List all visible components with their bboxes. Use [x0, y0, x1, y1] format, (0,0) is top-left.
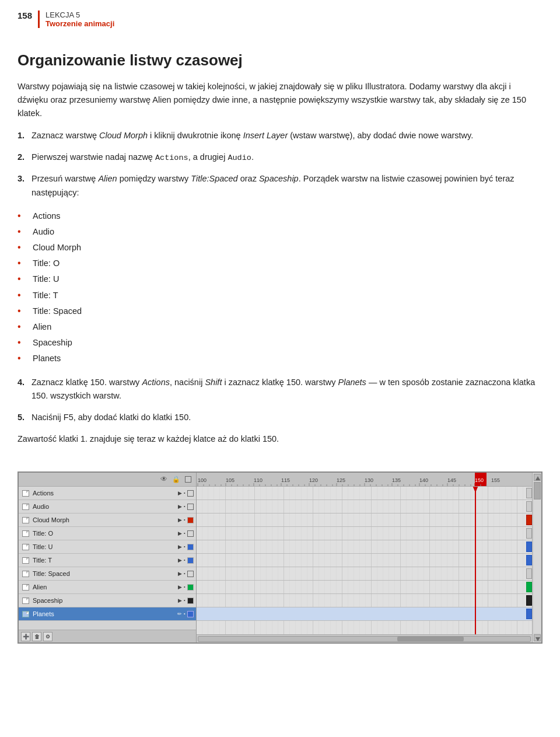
scroll-up-button[interactable] — [534, 474, 541, 481]
page: 158 LEKCJA 5 Tworzenie animacji Organizo… — [0, 0, 560, 737]
layer-row-titlespaced[interactable]: Title: Spaced ▶ • — [19, 567, 196, 581]
layer-name-alien: Alien — [33, 584, 178, 591]
layer-page-icon-titleu — [21, 543, 30, 551]
layer-page-icon-spaceship — [21, 596, 30, 605]
frame-row-titlespaced — [197, 567, 532, 581]
arrow-right-icon: ▶ — [178, 557, 182, 563]
layer-controls-cloudmorph: ▶ • — [178, 517, 194, 523]
arrow-right-icon: ▶ — [178, 490, 182, 496]
list-item: Actions — [18, 208, 542, 223]
color-box-titlespaced — [187, 571, 194, 577]
dot-icon: • — [184, 504, 186, 509]
pencil-icon: ✏ — [177, 611, 182, 617]
step-4: 4. Zaznacz klatkę 150. warstwy Actions, … — [18, 376, 542, 403]
layer-row-spaceship[interactable]: Spaceship ▶ • — [19, 594, 196, 607]
layer-row-cloudmorph[interactable]: Cloud Morph ▶ • — [19, 514, 196, 527]
layers-panel: 👁 🔒 Actions ▶ — [19, 473, 197, 642]
page-header: 158 LEKCJA 5 Tworzenie animacji — [0, 0, 560, 28]
dot-icon: • — [184, 571, 186, 577]
frame-row-titleo — [197, 527, 532, 540]
add-layer-button[interactable]: ➕ — [21, 632, 30, 641]
svg-text:140: 140 — [419, 477, 428, 483]
step-4-number: 4. — [18, 376, 32, 403]
dot-icon: • — [184, 584, 186, 590]
step-1-text: Zaznacz warstwę Cloud Morph i kliknij dw… — [32, 129, 542, 142]
arrow-right-icon: ▶ — [178, 544, 182, 550]
closing-paragraph: Zawartość klatki 1. znajduje się teraz w… — [18, 432, 542, 446]
chapter-title: Tworzenie animacji — [46, 19, 114, 28]
layer-row-planets[interactable]: Planets ✏ • — [19, 607, 196, 621]
layer-controls-audio: ▶ • — [178, 504, 194, 510]
arrow-right-icon: ▶ — [178, 517, 182, 523]
layer-row-titleu[interactable]: Title: U ▶ • — [19, 540, 196, 554]
layer-page-icon-titlespaced — [21, 570, 30, 578]
arrow-right-icon: ▶ — [178, 530, 182, 536]
frame-row-alien — [197, 581, 532, 594]
frame-row-actions — [197, 487, 532, 500]
layer-row-titlet[interactable]: Title: T ▶ • — [19, 554, 196, 567]
layer-row-titleo[interactable]: Title: O ▶ • — [19, 527, 196, 540]
layers-bottom-toolbar: ➕ 🗑 ⚙ — [19, 630, 196, 642]
list-item: Cloud Morph — [18, 239, 542, 255]
list-item: Title: U — [18, 271, 542, 287]
svg-text:100: 100 — [198, 477, 206, 483]
svg-text:135: 135 — [392, 477, 401, 483]
layer-row-audio[interactable]: Audio ▶ • — [19, 500, 196, 514]
list-item: Planets — [18, 350, 542, 366]
frame-row-titleu — [197, 540, 532, 554]
layer-controls-spaceship: ▶ • — [178, 598, 194, 604]
step-1-number: 1. — [18, 129, 32, 142]
step-1: 1. Zaznacz warstwę Cloud Morph i kliknij… — [18, 129, 542, 142]
layer-name-cloudmorph: Cloud Morph — [33, 516, 178, 523]
frames-scrollbar-h[interactable] — [197, 634, 532, 642]
list-item: Title: T — [18, 287, 542, 303]
dot-icon: • — [184, 517, 186, 523]
timeline-inner: 👁 🔒 Actions ▶ — [19, 473, 541, 642]
ruler: 100 105 110 — [197, 473, 532, 487]
layer-page-icon-planets — [21, 610, 30, 618]
layer-page-icon-cloudmorph — [21, 516, 30, 524]
scrollbar-thumb-h[interactable] — [397, 637, 464, 641]
layer-page-icon-alien — [21, 583, 30, 591]
properties-button[interactable]: ⚙ — [43, 632, 52, 641]
color-box-alien — [187, 584, 194, 591]
frames-area: 100 105 110 — [197, 473, 532, 642]
svg-marker-72 — [536, 637, 540, 641]
layer-controls-titlet: ▶ • — [178, 557, 194, 564]
layer-controls-titleo: ▶ • — [178, 530, 194, 537]
svg-text:145: 145 — [447, 477, 456, 483]
layer-name-spaceship: Spaceship — [33, 597, 178, 604]
layer-order-list: Actions Audio Cloud Morph Title: O Title… — [18, 208, 542, 366]
dot-icon: • — [184, 557, 186, 563]
layer-name-actions: Actions — [33, 490, 178, 497]
svg-marker-71 — [536, 476, 540, 480]
layer-controls-titleu: ▶ • — [178, 544, 194, 550]
layer-page-icon-actions — [21, 489, 30, 497]
frame-row-titlet — [197, 554, 532, 567]
step-2: 2. Pierwszej warstwie nadaj nazwę Action… — [18, 151, 542, 165]
svg-text:130: 130 — [365, 477, 373, 483]
dot-icon: • — [184, 598, 186, 603]
step-5: 5. Naciśnij F5, aby dodać klatki do klat… — [18, 411, 542, 424]
step-3: 3. Przesuń warstwę Alien pomiędzy warstw… — [18, 172, 542, 199]
layer-row-actions[interactable]: Actions ▶ • — [19, 487, 196, 500]
dot-icon: • — [184, 530, 186, 536]
intro-paragraph: Warstwy pojawiają się na listwie czasowe… — [18, 80, 542, 121]
section-heading: Organizowanie listwy czasowej — [18, 51, 542, 69]
layer-row-alien[interactable]: Alien ▶ • — [19, 581, 196, 594]
step-4-text: Zaznacz klatkę 150. warstwy Actions, nac… — [32, 376, 542, 403]
scroll-down-button[interactable] — [534, 634, 541, 641]
layer-name-titlespaced: Title: Spaced — [33, 570, 178, 577]
frame-row-planets — [197, 607, 532, 621]
layer-page-icon-titleo — [21, 529, 30, 537]
chapter-info: LEKCJA 5 Tworzenie animacji — [38, 11, 114, 28]
list-item: Audio — [18, 223, 542, 239]
vertical-scrollbar[interactable] — [532, 473, 541, 642]
page-number-bar: 158 LEKCJA 5 Tworzenie animacji — [18, 11, 114, 28]
frame-row-spaceship — [197, 594, 532, 607]
layer-rows-container: Actions ▶ • Audio — [19, 487, 196, 630]
layer-name-audio: Audio — [33, 503, 178, 510]
eye-icon: 👁 — [160, 475, 167, 484]
scroll-thumb[interactable] — [534, 482, 541, 500]
delete-layer-button[interactable]: 🗑 — [32, 632, 41, 641]
